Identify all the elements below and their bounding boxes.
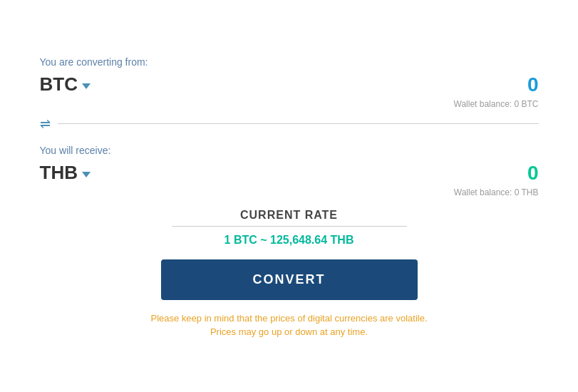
- from-amount[interactable]: 0: [527, 73, 539, 96]
- from-wallet-balance: Wallet balance: 0 BTC: [40, 99, 539, 109]
- from-label: You are converting from:: [40, 56, 539, 68]
- swap-icon[interactable]: ⇌: [40, 116, 51, 132]
- rate-value: 1 BTC ~ 125,648.64 THB: [40, 234, 539, 247]
- current-rate-section: CURRENT RATE 1 BTC ~ 125,648.64 THB: [40, 209, 539, 247]
- to-chevron-down-icon[interactable]: [82, 172, 91, 177]
- to-amount[interactable]: 0: [527, 162, 539, 185]
- from-chevron-down-icon[interactable]: [82, 83, 91, 89]
- convert-button[interactable]: CONVERT: [161, 259, 418, 300]
- swap-divider-row: ⇌: [40, 116, 539, 132]
- converter-card: You are converting from: BTC 0 Wallet ba…: [19, 39, 560, 354]
- rate-divider: [172, 226, 407, 227]
- disclaimer-text: Please keep in mind that the prices of d…: [147, 311, 432, 339]
- divider-line: [58, 123, 539, 124]
- current-rate-label: CURRENT RATE: [40, 209, 539, 222]
- to-currency-selector[interactable]: THB: [40, 162, 91, 184]
- to-label: You will receive:: [40, 145, 539, 156]
- to-currency-code: THB: [40, 162, 78, 184]
- from-currency-selector[interactable]: BTC: [40, 73, 91, 96]
- to-wallet-balance: Wallet balance: 0 THB: [40, 187, 539, 197]
- from-currency-row: BTC 0: [40, 73, 539, 96]
- to-currency-row: THB 0: [40, 162, 539, 185]
- from-currency-code: BTC: [40, 73, 78, 96]
